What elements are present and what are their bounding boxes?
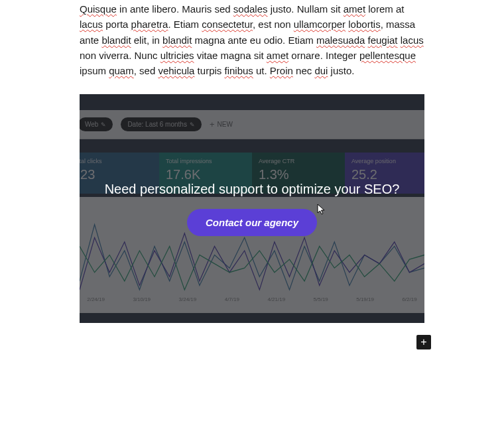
- cta-button[interactable]: Contact our agency: [187, 209, 317, 236]
- add-block-button[interactable]: +: [416, 335, 431, 349]
- cover-overlay: Need personalized support to optimize yo…: [80, 94, 424, 323]
- plus-icon: +: [420, 336, 426, 348]
- cover-headline[interactable]: Need personalized support to optimize yo…: [105, 182, 400, 197]
- paragraph-block[interactable]: Quisque in ante libero. Mauris sed sodal…: [80, 1, 424, 78]
- cover-block[interactable]: Web ✎ Date: Last 6 months ✎ + NEW Total …: [80, 94, 424, 323]
